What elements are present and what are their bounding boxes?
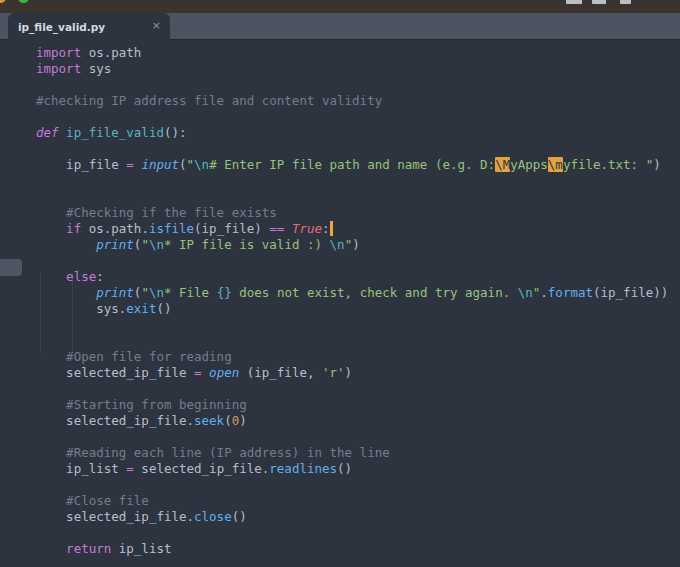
code-line[interactable]: #Reading each line (IP address) in the l…	[36, 445, 680, 461]
code-token: input	[141, 157, 179, 172]
code-token: seek	[194, 413, 224, 428]
code-token: ()	[337, 461, 352, 476]
code-token: ip_file	[36, 157, 126, 172]
editor-pane[interactable]: import os.pathimport sys #checking IP ad…	[0, 40, 680, 567]
code-token: \n	[330, 237, 345, 252]
code-line[interactable]: print("\n* IP file is valid :) \n")	[36, 237, 680, 253]
window-titlebar	[0, 0, 680, 13]
code-token: * File	[164, 285, 217, 300]
code-line[interactable]	[36, 525, 680, 541]
code-line[interactable]	[36, 173, 680, 189]
code-token: ==	[269, 221, 284, 236]
code-line[interactable]: selected_ip_file.seek(0)	[36, 413, 680, 429]
code-line[interactable]: import os.path	[36, 45, 680, 61]
code-token: readlines	[269, 461, 337, 476]
traffic-light-orange-icon[interactable]	[0, 0, 6, 3]
code-line[interactable]	[36, 381, 680, 397]
code-line[interactable]: #Open file for reading	[36, 349, 680, 365]
code-token: {}	[217, 285, 232, 300]
code-line[interactable]	[36, 109, 680, 125]
code-line[interactable]: selected_ip_file = open (ip_file, 'r')	[36, 365, 680, 381]
code-token: #Reading each line (IP address) in the l…	[36, 445, 390, 460]
code-token: import	[36, 45, 81, 60]
code-token: "	[141, 237, 149, 252]
code-token: open	[209, 365, 239, 380]
code-token: \n	[149, 237, 164, 252]
code-token	[36, 221, 66, 236]
code-line[interactable]	[36, 429, 680, 445]
code-token: yfile.txt: "	[563, 157, 653, 172]
code-token: return	[66, 541, 111, 556]
code-token: \n	[518, 285, 533, 300]
code-token: def	[36, 125, 59, 140]
code-token: format	[548, 285, 593, 300]
toolbar-icon[interactable]	[620, 0, 631, 4]
code-token: ip_list	[36, 461, 126, 476]
code-line[interactable]: #checking IP address file and content va…	[36, 93, 680, 109]
code-token: sys	[81, 61, 111, 76]
code-token: (	[224, 413, 232, 428]
tab-close-icon[interactable]: ×	[152, 19, 161, 33]
code-token: )	[345, 365, 353, 380]
code-token: os.path.	[81, 221, 149, 236]
code-line[interactable]	[36, 77, 680, 93]
code-token	[36, 269, 66, 284]
code-line[interactable]: #Starting from beginning	[36, 397, 680, 413]
code-token: (	[179, 157, 187, 172]
traffic-light-green-icon[interactable]	[18, 0, 29, 3]
code-line[interactable]: sys.exit()	[36, 301, 680, 317]
code-token: yApps	[510, 157, 548, 172]
code-token: =	[126, 461, 134, 476]
code-line[interactable]: ip_list = selected_ip_file.readlines()	[36, 461, 680, 477]
code-line[interactable]: import sys	[36, 61, 680, 77]
code-token: else	[66, 269, 96, 284]
code-line[interactable]: else:	[36, 269, 680, 285]
code-line[interactable]: if os.path.isfile(ip_file) == True:	[36, 221, 680, 237]
code-token: #Starting from beginning	[36, 397, 247, 412]
code-lines[interactable]: import os.pathimport sys #checking IP ad…	[0, 40, 680, 567]
code-token: True	[292, 221, 322, 236]
tab-ip-file-valid[interactable]: ip_file_valid.py ×	[8, 13, 170, 40]
toolbar-icon[interactable]	[592, 0, 606, 4]
code-token: does not exist, check and try again.	[232, 285, 518, 300]
code-line[interactable]: #Checking if the file exists	[36, 205, 680, 221]
code-token	[202, 365, 210, 380]
code-line[interactable]	[36, 253, 680, 269]
code-token: if	[66, 221, 81, 236]
code-line[interactable]: def ip_file_valid():	[36, 125, 680, 141]
code-token: selected_ip_file.	[134, 461, 269, 476]
code-line[interactable]: ip_file = input("\n# Enter IP file path …	[36, 157, 680, 173]
code-token: .	[540, 285, 548, 300]
code-token	[36, 237, 96, 252]
code-token: (ip_file))	[593, 285, 668, 300]
code-token: #Open file for reading	[36, 349, 232, 364]
code-token: :	[322, 221, 330, 236]
code-token: ip_list	[111, 541, 171, 556]
code-line[interactable]	[36, 141, 680, 157]
code-token: os.path	[81, 45, 141, 60]
code-token: #Checking if the file exists	[36, 205, 277, 220]
code-line[interactable]	[36, 189, 680, 205]
code-token: isfile	[149, 221, 194, 236]
code-token: ip_file_valid	[66, 125, 164, 140]
tab-label: ip_file_valid.py	[18, 21, 105, 33]
code-token: \m	[548, 157, 563, 172]
code-line[interactable]: #Close file	[36, 493, 680, 509]
code-token: print	[96, 237, 134, 252]
code-line[interactable]	[36, 477, 680, 493]
code-token: #checking IP address file and content va…	[36, 93, 382, 108]
code-line[interactable]	[36, 317, 680, 333]
toolbar-icon[interactable]	[566, 0, 582, 4]
code-line[interactable]	[36, 333, 680, 349]
code-token: * IP file is valid :)	[164, 237, 330, 252]
code-token: ():	[164, 125, 187, 140]
code-token: print	[96, 285, 134, 300]
code-token: :	[96, 269, 104, 284]
code-line[interactable]: return ip_list	[36, 541, 680, 557]
code-line[interactable]: print("\n* File {} does not exist, check…	[36, 285, 680, 301]
code-token: ()	[156, 301, 171, 316]
code-token: #Close file	[36, 493, 149, 508]
code-line[interactable]: selected_ip_file.close()	[36, 509, 680, 525]
code-token: (ip_file,	[239, 365, 322, 380]
code-token: 'r'	[322, 365, 345, 380]
